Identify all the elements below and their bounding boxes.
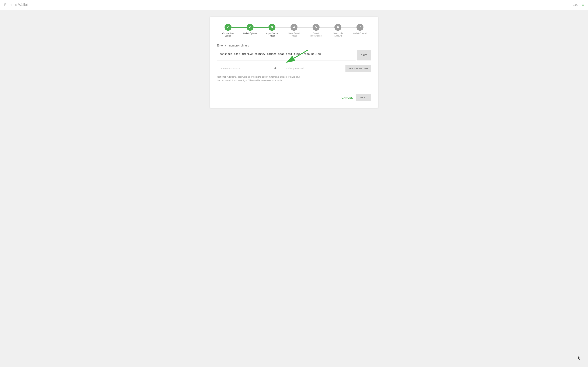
stepper: ✓ Choose Key Source ✓ Wallet Options 3 I… bbox=[217, 24, 371, 37]
mnemonic-input[interactable] bbox=[217, 50, 356, 60]
step-4-label: Save Secret Phrase bbox=[286, 32, 302, 37]
next-button[interactable]: NEXT bbox=[356, 94, 371, 101]
step-5-label: Select Blockchains bbox=[308, 32, 324, 37]
form-title: Enter a mnemonic phrase bbox=[217, 44, 371, 47]
step-5-circle: 5 bbox=[312, 24, 320, 31]
menu-icon[interactable]: ≡ bbox=[582, 3, 584, 7]
step-3-circle: 3 bbox=[268, 24, 276, 31]
logo-emerald: Emerald bbox=[4, 3, 17, 7]
mnemonic-section: SAVE bbox=[217, 50, 371, 60]
step-5: 5 Select Blockchains bbox=[305, 24, 327, 37]
step-7: 7 Wallet Created bbox=[349, 24, 371, 35]
save-button[interactable]: SAVE bbox=[357, 50, 371, 60]
password-wrapper: 👁 bbox=[217, 65, 279, 72]
step-1-circle: ✓ bbox=[225, 24, 232, 31]
step-6-label: Select HD Account bbox=[330, 32, 346, 37]
step-7-label: Wallet Created bbox=[353, 32, 367, 35]
confirm-password-wrapper bbox=[281, 65, 343, 72]
logo-wallet: Wallet bbox=[17, 3, 28, 7]
eye-icon[interactable]: 👁 bbox=[274, 67, 277, 70]
header: Emerald Wallet 0.00 ≡ bbox=[0, 0, 588, 10]
mnemonic-row: SAVE bbox=[217, 50, 371, 60]
password-row: 👁 SET PASSWORD bbox=[217, 65, 371, 72]
step-2-circle: ✓ bbox=[247, 24, 254, 31]
cursor bbox=[578, 356, 581, 360]
step-1: ✓ Choose Key Source bbox=[217, 24, 239, 37]
step-4: 4 Save Secret Phrase bbox=[283, 24, 305, 37]
step-6-circle: 6 bbox=[334, 24, 341, 31]
password-hint: (optional) Additional password to protec… bbox=[217, 75, 301, 82]
step-7-circle: 7 bbox=[356, 24, 363, 31]
step-3-label: Import Secret Phrase bbox=[264, 32, 280, 37]
step-6: 6 Select HD Account bbox=[327, 24, 349, 37]
step-4-circle: 4 bbox=[291, 24, 297, 31]
balance-display: 0.00 bbox=[573, 3, 578, 7]
step-1-label: Choose Key Source bbox=[220, 32, 236, 37]
wizard-card: ✓ Choose Key Source ✓ Wallet Options 3 I… bbox=[210, 17, 378, 108]
step-2: ✓ Wallet Options bbox=[239, 24, 261, 35]
footer-actions: CANCEL NEXT bbox=[217, 91, 371, 101]
set-password-button[interactable]: SET PASSWORD bbox=[346, 65, 371, 72]
header-right: 0.00 ≡ bbox=[573, 3, 584, 7]
main-content: ✓ Choose Key Source ✓ Wallet Options 3 I… bbox=[0, 10, 588, 115]
confirm-password-input[interactable] bbox=[281, 65, 343, 72]
password-input[interactable] bbox=[217, 65, 279, 72]
cancel-button[interactable]: CANCEL bbox=[341, 96, 353, 99]
step-3: 3 Import Secret Phrase bbox=[261, 24, 283, 37]
step-2-label: Wallet Options bbox=[243, 32, 257, 35]
app-logo: Emerald Wallet bbox=[4, 3, 28, 7]
form-section: Enter a mnemonic phrase SAVE bbox=[217, 44, 371, 91]
